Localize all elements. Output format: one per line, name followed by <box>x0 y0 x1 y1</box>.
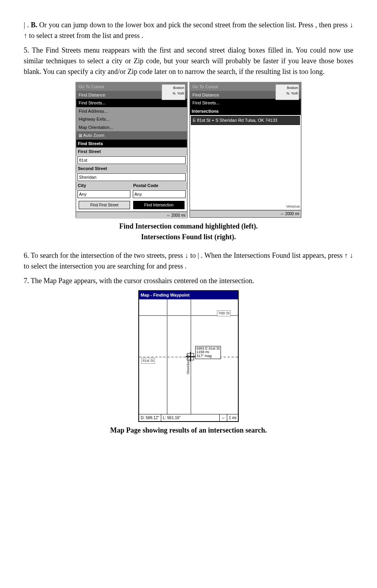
map-canvas: 76th St 81st St Sheridan Rd 6983 E 81st … <box>139 299 238 414</box>
label-venez-right: Venezue <box>286 204 300 210</box>
mini-map-city2-r: N. York <box>277 91 298 96</box>
scale-bar-left: ↔ 2000 mi <box>76 212 187 219</box>
first-street-label: First Street <box>76 147 187 156</box>
postal-input[interactable]: Any <box>133 190 186 199</box>
paragraph-3: 6. To search for the intersection of the… <box>24 250 353 272</box>
find-streets-header: Find Streets <box>76 140 187 148</box>
menu-find-streets[interactable]: Find Streets... <box>76 99 187 107</box>
find-first-street-button[interactable]: Find First Street <box>79 201 130 209</box>
status-arrow-icon: ↔ <box>220 414 227 421</box>
intersections-header: Intersections <box>190 107 301 115</box>
menu-map-orientation[interactable]: Map Orientation... <box>76 123 187 132</box>
find-intersection-button[interactable]: Find Intersection <box>133 201 185 209</box>
status-l: L: 561.16" <box>161 414 220 421</box>
crosshair-icon <box>187 353 194 360</box>
map-page-title: Map - Finding Waypoint <box>139 291 238 299</box>
para1-rest: Or you can jump down to the lower box an… <box>24 21 353 40</box>
mini-map-right: Boston N. York <box>275 84 299 100</box>
mini-map-city1-r: Boston <box>277 85 298 91</box>
cursor-info-box: 6983 E 81st St 1158 mi 317° mag <box>195 346 221 359</box>
label-76th: 76th St <box>217 310 231 317</box>
second-street-label: Second Street <box>76 164 187 173</box>
status-d: D: 588.12" <box>139 414 161 421</box>
paragraph-1: | . B. Or you can jump down to the lower… <box>24 20 353 41</box>
caption-1: Find Intersection command highlighted (l… <box>24 221 353 242</box>
second-street-input[interactable]: Sheridan <box>77 173 186 182</box>
menu-highway-exits[interactable]: Highway Exits... <box>76 115 187 123</box>
scale-bar-right: ↔ 2000 mi <box>190 210 301 217</box>
right-panel: Boston N. York Go To Cursor Find Distanc… <box>189 82 302 218</box>
label-81st: 81st St <box>141 358 155 364</box>
left-panel: Boston N. York Go To Cursor Find Distanc… <box>75 82 188 218</box>
mini-map-left: Boston N. York <box>162 84 185 100</box>
map-bg-right: Venezue <box>190 126 301 210</box>
caption-1a: Find Intersection command highlighted (l… <box>119 222 258 230</box>
paragraph-4: 7. The Map Page appears, with the cursor… <box>24 276 353 286</box>
figure-1-row: Boston N. York Go To Cursor Find Distanc… <box>24 82 353 218</box>
para1-prefix: | . <box>24 21 31 29</box>
city-label: City <box>76 182 132 190</box>
caption-1b: Intersections Found list (right). <box>141 233 236 241</box>
intersection-result-row[interactable]: E 81st St + S Sheridan Rd Tulsa, OK 7413… <box>191 116 300 125</box>
info-bearing: 317° mag <box>196 354 220 358</box>
city-input[interactable]: Any <box>77 190 130 199</box>
paragraph-2: 5. The Find Streets menu reappears with … <box>24 45 353 77</box>
menu-find-address[interactable]: Find Address... <box>76 107 187 115</box>
mini-map-city1: Boston <box>163 85 184 91</box>
first-street-input[interactable]: 81st <box>77 156 186 164</box>
map-status-bar: D: 588.12" L: 561.16" ↔ 1 mi <box>139 414 238 421</box>
postal-label: Postal Code <box>132 182 187 190</box>
status-scale: 1 mi <box>227 414 238 421</box>
map-page-figure: Map - Finding Waypoint 76th St 81st St S… <box>138 290 239 422</box>
para1-bold: B. <box>31 21 38 29</box>
caption-2: Map Page showing results of an intersect… <box>24 425 353 436</box>
mini-map-city2: N. York <box>163 91 184 96</box>
menu-find-streets-r[interactable]: Find Streets... <box>190 99 301 107</box>
menu-auto-zoom[interactable]: ⊠ Auto Zoom <box>76 131 187 140</box>
